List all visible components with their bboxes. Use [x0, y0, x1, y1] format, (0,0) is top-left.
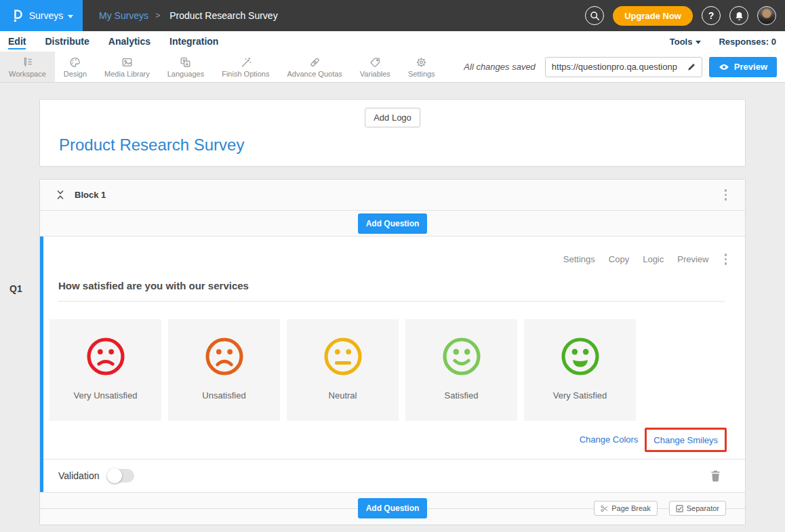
surveys-menu-label: Surveys: [29, 10, 64, 21]
toolbar-item-finish-options[interactable]: Finish Options: [213, 52, 278, 82]
toolbar-item-languages[interactable]: Languages: [159, 52, 213, 82]
validation-toggle[interactable]: [107, 469, 134, 483]
survey-canvas: Q1 Add Logo Product Research Survey Bloc…: [0, 83, 785, 532]
toolbar-right: All changes saved Preview: [464, 52, 785, 82]
toolbar-item-design[interactable]: Design: [55, 52, 96, 82]
edit-url-button[interactable]: [685, 61, 698, 73]
search-icon: [590, 11, 600, 21]
chevron-down-icon: [68, 15, 73, 18]
user-avatar[interactable]: [757, 6, 776, 25]
notifications-button[interactable]: [729, 6, 748, 25]
tab-integration[interactable]: Integration: [169, 34, 218, 49]
toolbar-item-advance-quotas[interactable]: Advance Quotas: [278, 52, 350, 82]
add-logo-button[interactable]: Add Logo: [365, 108, 420, 127]
gear-icon: [415, 56, 428, 68]
upgrade-now-button[interactable]: Upgrade Now: [613, 6, 693, 26]
save-status: All changes saved: [464, 62, 536, 72]
question-actions: Settings Copy Logic Preview: [43, 237, 745, 267]
block-card: Block 1 Add Question Settings Copy Logic…: [39, 179, 746, 525]
search-button[interactable]: [585, 6, 604, 25]
question-mark-icon: ?: [708, 10, 714, 21]
page-break-button[interactable]: Page Break: [594, 501, 657, 516]
smiley-label: Neutral: [329, 390, 357, 401]
smiley-label: Satisfied: [445, 390, 479, 401]
smiley-option-very-satisfied[interactable]: Very Satisfied: [524, 319, 636, 421]
trash-icon: [710, 470, 721, 482]
toolbar-item-label: Media Library: [104, 70, 150, 78]
tab-analytics[interactable]: Analytics: [108, 34, 150, 49]
block-menu-button[interactable]: [723, 187, 729, 203]
tools-menu[interactable]: Tools: [670, 37, 702, 47]
smiley-customize-links: Change Colors Change Smileys: [62, 428, 727, 452]
collapse-block-button[interactable]: [56, 190, 65, 200]
question-logic-link[interactable]: Logic: [643, 254, 664, 264]
top-bar: Surveys My Surveys > Product Research Su…: [0, 0, 785, 31]
checkbox-checked-icon: [676, 505, 683, 512]
collapse-vertical-icon: [56, 190, 65, 200]
question-preview-link[interactable]: Preview: [677, 254, 708, 264]
unsatisfied-smiley-icon: [203, 335, 245, 377]
survey-title[interactable]: Product Research Survey: [59, 136, 244, 155]
very-unsatisfied-smiley-icon: [85, 335, 127, 377]
delete-question-button[interactable]: [710, 470, 721, 482]
scissors-icon: [601, 505, 608, 512]
section-nav: Edit Distribute Analytics Integration To…: [0, 31, 785, 52]
breadcrumb-current-survey: Product Research Survey: [169, 10, 278, 21]
survey-header-card: Add Logo Product Research Survey: [39, 99, 746, 167]
help-button[interactable]: ?: [702, 6, 721, 25]
survey-url-input[interactable]: [552, 62, 685, 72]
editor-toolbar: Workspace Design Media Library Languages: [0, 52, 785, 83]
surveys-app-menu[interactable]: Surveys: [0, 0, 83, 31]
tab-distribute[interactable]: Distribute: [45, 34, 89, 49]
question-text[interactable]: How satisfied are you with our services: [58, 280, 725, 302]
topbar-actions: Upgrade Now ?: [585, 6, 785, 26]
smiley-option-satisfied[interactable]: Satisfied: [405, 319, 517, 421]
smiley-label: Very Satisfied: [553, 390, 607, 401]
toolbar-item-variables[interactable]: Variables: [351, 52, 399, 82]
very-satisfied-smiley-icon: [559, 335, 601, 377]
validation-label: Validation: [58, 470, 99, 481]
question-settings-link[interactable]: Settings: [563, 254, 595, 264]
breadcrumb-my-surveys[interactable]: My Surveys: [99, 10, 148, 21]
block-header: Block 1: [40, 180, 745, 211]
neutral-smiley-icon: [322, 335, 364, 377]
palette-icon: [68, 56, 81, 68]
add-question-button-top[interactable]: Add Question: [358, 213, 428, 234]
footer-tools: Page Break Separator: [594, 501, 726, 516]
change-smileys-link[interactable]: Change Smileys: [653, 435, 718, 445]
smiley-option-very-unsatisfied[interactable]: Very Unsatisfied: [49, 319, 161, 421]
workspace-icon: [21, 56, 34, 68]
question-number-label: Q1: [9, 283, 22, 294]
toolbar-item-label: Design: [64, 70, 87, 78]
eye-icon: [719, 63, 729, 71]
satisfied-smiley-icon: [441, 335, 483, 377]
responses-count: Responses: 0: [719, 37, 776, 47]
separator-button[interactable]: Separator: [669, 501, 726, 516]
change-colors-link[interactable]: Change Colors: [580, 434, 639, 445]
survey-url-box: [545, 57, 702, 77]
toolbar-item-settings[interactable]: Settings: [399, 52, 444, 82]
toolbar-item-media-library[interactable]: Media Library: [96, 52, 159, 82]
image-icon: [121, 56, 134, 68]
toolbar-item-label: Advance Quotas: [287, 70, 342, 78]
toolbar-item-label: Languages: [167, 70, 204, 78]
questionpro-logo-icon: [9, 8, 24, 23]
preview-label: Preview: [734, 62, 767, 72]
toolbar-item-workspace[interactable]: Workspace: [0, 52, 55, 82]
smiley-scale: Very Unsatisfied Unsatisfied: [49, 319, 745, 421]
validation-row: Validation: [43, 459, 745, 492]
smiley-option-neutral[interactable]: Neutral: [287, 319, 399, 421]
add-question-button-bottom[interactable]: Add Question: [358, 498, 428, 518]
add-question-row-top: Add Question: [40, 211, 745, 237]
smiley-option-unsatisfied[interactable]: Unsatisfied: [168, 319, 280, 421]
preview-button[interactable]: Preview: [709, 57, 777, 77]
pencil-icon: [687, 62, 696, 72]
tools-label: Tools: [670, 37, 693, 47]
toolbar-item-label: Settings: [408, 70, 435, 78]
tab-edit[interactable]: Edit: [8, 34, 26, 49]
chain-links-icon: [308, 56, 321, 68]
question-copy-link[interactable]: Copy: [609, 254, 629, 264]
magic-wand-icon: [239, 56, 252, 68]
smiley-label: Very Unsatisfied: [74, 390, 138, 401]
question-menu-button[interactable]: [723, 251, 729, 267]
